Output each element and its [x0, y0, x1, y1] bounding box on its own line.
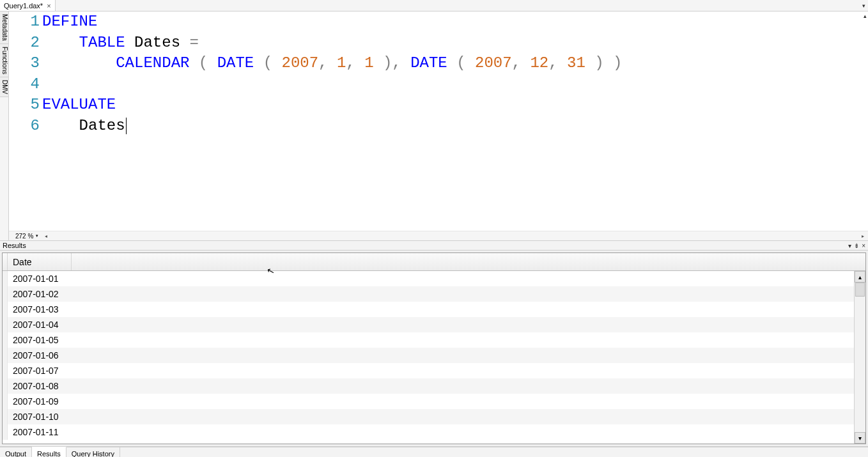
paren-open: (: [263, 54, 272, 72]
close-icon[interactable]: ×: [862, 242, 865, 249]
editor-scroll: 1 2 3 4 5 6 DEFINE TABLE Dates = CALENDA…: [9, 12, 868, 231]
results-panel: Date 2007-01-01 2007-01-02 2007-01-03 20…: [0, 251, 868, 447]
editor-workspace: Metadata Functions DMV ▴ 1 2 3 4 5 6 DEF…: [0, 12, 868, 240]
row-indicator: [3, 348, 8, 363]
table-row[interactable]: 2007-01-11: [3, 424, 854, 440]
table-row[interactable]: 2007-01-10: [3, 409, 854, 424]
close-icon[interactable]: ×: [47, 2, 50, 10]
results-title-label: Results: [3, 242, 26, 249]
sidebar-tab-functions[interactable]: Functions: [0, 44, 8, 77]
table-row[interactable]: 2007-01-05: [3, 332, 854, 348]
bottom-tab-bar: Output Results Query History: [0, 447, 868, 457]
row-indicator: [3, 332, 8, 348]
cell-date: 2007-01-08: [8, 381, 59, 391]
sidebar-tab-dmv[interactable]: DMV: [0, 77, 8, 97]
document-tab-bar: Query1.dax* × ▾: [0, 0, 868, 12]
tab-results[interactable]: Results: [32, 447, 66, 457]
cell-date: 2007-01-11: [8, 427, 59, 437]
document-tab-label: Query1.dax*: [4, 2, 43, 10]
paren-open: (: [456, 54, 465, 72]
cell-date: 2007-01-07: [8, 366, 59, 376]
literal-month: 12: [530, 54, 548, 72]
line-gutter: 1 2 3 4 5 6: [9, 12, 42, 231]
scroll-right-icon[interactable]: ▸: [862, 233, 868, 239]
row-indicator: [3, 378, 8, 394]
vertical-scrollbar[interactable]: ▴ ▾: [854, 271, 865, 444]
literal-day: 31: [567, 54, 585, 72]
cell-date: 2007-01-09: [8, 396, 59, 407]
zoom-level[interactable]: 272 %: [15, 233, 33, 240]
grid-rows: 2007-01-01 2007-01-02 2007-01-03 2007-01…: [3, 271, 854, 444]
code-content[interactable]: DEFINE TABLE Dates = CALENDAR ( DATE ( 2…: [42, 12, 868, 231]
scroll-thumb[interactable]: [855, 283, 865, 297]
cell-date: 2007-01-04: [8, 320, 59, 330]
tab-output[interactable]: Output: [0, 447, 32, 457]
op-equals: =: [189, 34, 198, 51]
cell-date: 2007-01-05: [8, 335, 59, 345]
row-indicator: [3, 363, 8, 378]
row-indicator-header: [3, 253, 8, 270]
sidebar-tool-tabs: Metadata Functions DMV: [0, 12, 9, 240]
literal-year: 2007: [281, 54, 318, 72]
func-calendar: CALENDAR: [116, 54, 189, 72]
keyword-table: TABLE: [79, 34, 125, 51]
scroll-up-button[interactable]: ▴: [855, 271, 865, 283]
row-indicator: [3, 409, 8, 424]
table-row[interactable]: 2007-01-02: [3, 286, 854, 302]
cell-date: 2007-01-02: [8, 289, 59, 299]
row-indicator: [3, 271, 8, 286]
paren-close: ): [383, 54, 392, 72]
row-indicator: [3, 394, 8, 409]
table-row[interactable]: 2007-01-04: [3, 317, 854, 332]
cell-date: 2007-01-01: [8, 274, 59, 284]
table-row[interactable]: 2007-01-03: [3, 302, 854, 317]
grid-body: 2007-01-01 2007-01-02 2007-01-03 2007-01…: [3, 271, 865, 444]
editor-status-bar: 272 % ▾ ◂ ▸: [9, 231, 868, 240]
paren-close: ): [594, 54, 603, 72]
cell-date: 2007-01-03: [8, 304, 59, 314]
line-number: 1: [9, 12, 40, 33]
cell-date: 2007-01-10: [8, 412, 59, 422]
scroll-track[interactable]: [855, 283, 865, 432]
literal-year: 2007: [475, 54, 512, 72]
panel-options-icon[interactable]: ▾: [848, 242, 851, 249]
paren-open: (: [199, 54, 208, 72]
func-date: DATE: [410, 54, 447, 72]
results-grid[interactable]: Date 2007-01-01 2007-01-02 2007-01-03 20…: [2, 252, 866, 444]
line-number: 2: [9, 33, 40, 54]
line-number: 4: [9, 74, 40, 95]
row-indicator: [3, 424, 8, 440]
scroll-down-button[interactable]: ▾: [855, 432, 865, 444]
line-number: 6: [9, 116, 40, 137]
table-row[interactable]: 2007-01-07: [3, 363, 854, 378]
identifier-dates: Dates: [134, 34, 180, 51]
zoom-dropdown-icon[interactable]: ▾: [36, 233, 38, 238]
tab-query-history[interactable]: Query History: [66, 447, 120, 457]
keyword-evaluate: EVALUATE: [42, 96, 116, 113]
row-indicator: [3, 317, 8, 332]
func-date: DATE: [217, 54, 254, 72]
pin-icon[interactable]: ⇟: [854, 242, 859, 249]
paren-close: ): [613, 54, 622, 72]
split-view-icon[interactable]: ▴: [864, 13, 867, 19]
table-row[interactable]: 2007-01-09: [3, 394, 854, 409]
identifier-dates: Dates: [79, 117, 125, 134]
line-number: 3: [9, 53, 40, 74]
tab-overflow-button[interactable]: ▾: [859, 0, 868, 11]
keyword-define: DEFINE: [42, 13, 97, 30]
cell-date: 2007-01-06: [8, 350, 59, 360]
code-editor[interactable]: ▴ 1 2 3 4 5 6 DEFINE TABLE Dates = CALEN…: [9, 12, 868, 240]
line-number: 5: [9, 95, 40, 116]
results-panel-header: Results ▾ ⇟ ×: [0, 240, 868, 251]
sidebar-tab-metadata[interactable]: Metadata: [0, 12, 8, 44]
table-row[interactable]: 2007-01-08: [3, 378, 854, 394]
document-tab[interactable]: Query1.dax* ×: [0, 0, 56, 11]
table-row[interactable]: 2007-01-01: [3, 271, 854, 286]
scroll-left-icon[interactable]: ◂: [45, 233, 47, 239]
grid-header: Date: [3, 253, 865, 271]
literal-day: 1: [364, 54, 373, 72]
table-row[interactable]: 2007-01-06: [3, 348, 854, 363]
row-indicator: [3, 286, 8, 302]
column-header-date[interactable]: Date: [8, 253, 72, 270]
text-cursor: [126, 118, 127, 134]
